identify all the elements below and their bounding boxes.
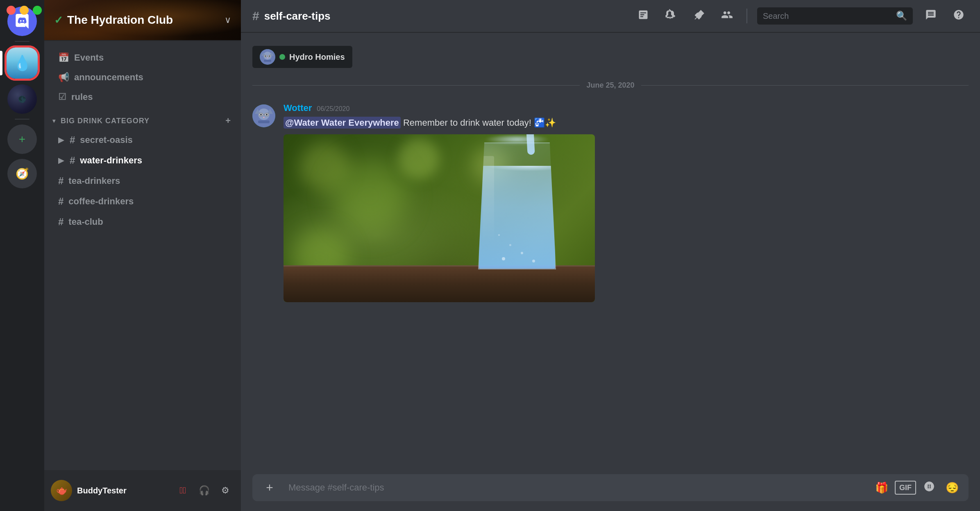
headphones-icon: 🎧 [199, 485, 210, 496]
server-icon-dark[interactable]: 🌑 [7, 84, 37, 114]
channel-item-events[interactable]: 📅 Events [48, 48, 237, 67]
gif-label: GIF [899, 484, 912, 492]
minimize-window-button[interactable] [20, 6, 29, 15]
channel-list: 📅 Events 📢 announcements ☑ rules ▾ BIG D… [44, 41, 241, 470]
window-chrome [0, 0, 48, 20]
server-name-text: The Hydration Club [67, 14, 173, 27]
threads-button[interactable] [633, 6, 653, 26]
gift-icon: 🎁 [875, 482, 888, 494]
search-input[interactable] [763, 11, 892, 21]
channel-name-events: Events [74, 52, 104, 63]
channel-item-secret-oasis[interactable]: ▶ # secret-oasis [48, 130, 237, 150]
channel-name-coffee-drinkers: coffee-drinkers [68, 196, 134, 207]
message-content: Wotter 06/25/2020 @Water Water Everywher… [284, 103, 969, 302]
svg-point-7 [269, 56, 270, 57]
channel-header-title: self-care-tips [264, 10, 331, 23]
channel-item-coffee-drinkers[interactable]: # coffee-drinkers [48, 192, 237, 211]
user-avatar: 🫖 [51, 480, 72, 501]
events-icon: 📅 [58, 52, 69, 63]
add-content-button[interactable]: + [259, 477, 280, 498]
chat-input-bar: + 🎁 GIF [252, 474, 969, 501]
user-controls: 🎙̶ 🎧 ⚙ [174, 482, 234, 500]
close-window-button[interactable] [7, 6, 16, 15]
server-name-display: ✓ The Hydration Club [54, 14, 173, 27]
channel-name-tea-drinkers: tea-drinkers [68, 176, 120, 186]
emoji-icon: 😔 [946, 482, 959, 494]
hash-icon-secret-oasis: # [70, 134, 75, 146]
add-server-button[interactable]: + [7, 124, 37, 154]
date-separator: June 25, 2020 [241, 71, 980, 99]
hash-icon-tea-club: # [58, 216, 64, 228]
message-author-avatar[interactable] [252, 104, 275, 127]
rules-icon: ☑ [58, 92, 66, 102]
category-name: BIG DRINK CATEGORY [61, 117, 150, 125]
hash-icon-water-drinkers: # [70, 155, 75, 166]
channel-item-water-drinkers[interactable]: ▶ # water-drinkers [48, 151, 237, 170]
svg-point-19 [260, 114, 262, 115]
gift-button[interactable]: 🎁 [872, 478, 892, 497]
header-tools: 🔍 [633, 6, 969, 26]
channel-name-secret-oasis: secret-oasis [80, 135, 132, 145]
system-bar: Hydro Homies [241, 43, 980, 71]
user-info: BuddyTester [77, 486, 169, 495]
active-server-indicator [0, 51, 2, 75]
explore-servers-button[interactable]: 🧭 [7, 159, 37, 188]
message-body: Remember to drink water today! 🚰✨ [403, 118, 556, 128]
messages-area: Hydro Homies June 25, 2020 [241, 33, 980, 468]
channel-sidebar: ✓ The Hydration Club ∨ 📅 Events 📢 announ… [44, 0, 241, 511]
members-button[interactable] [717, 6, 737, 26]
help-button[interactable] [949, 6, 969, 26]
header-divider [746, 9, 747, 23]
channel-item-announcements[interactable]: 📢 announcements [48, 68, 237, 87]
user-panel: 🫖 BuddyTester 🎙̶ 🎧 ⚙ [44, 470, 241, 511]
channel-item-tea-drinkers[interactable]: # tea-drinkers [48, 171, 237, 191]
chat-input-area: + 🎁 GIF [241, 468, 980, 511]
emoji-button[interactable]: 😔 [942, 478, 962, 497]
deafen-button[interactable]: 🎧 [195, 482, 213, 500]
server-sidebar: 💧 🌑 + 🧭 [0, 0, 44, 511]
settings-icon: ⚙ [221, 485, 229, 496]
channel-name-announcements: announcements [74, 72, 143, 83]
server-icon-hydration[interactable]: 💧 [6, 47, 39, 79]
server-dark-wrapper: 🌑 [0, 84, 44, 114]
online-users-badge: Hydro Homies [252, 46, 352, 68]
sticker-button[interactable] [919, 478, 939, 497]
username-display: BuddyTester [77, 486, 169, 495]
svg-rect-25 [258, 120, 270, 123]
category-big-drink[interactable]: ▾ BIG DRINK CATEGORY + [44, 107, 241, 129]
mute-icon: 🎙̶ [179, 485, 186, 496]
pin-button[interactable] [689, 6, 709, 26]
message-header: Wotter 06/25/2020 [284, 103, 969, 113]
gif-button[interactable]: GIF [895, 481, 916, 495]
server-verified-icon: ✓ [54, 14, 63, 27]
inbox-icon [925, 9, 937, 23]
message-group: Wotter 06/25/2020 @Water Water Everywher… [241, 99, 980, 305]
add-channel-icon[interactable]: + [225, 115, 231, 126]
server-header[interactable]: ✓ The Hydration Club ∨ [44, 0, 241, 41]
mention-tag[interactable]: @Water Water Everywhere [284, 117, 401, 129]
channel-header-name: # self-care-tips [252, 9, 331, 23]
channel-header: # self-care-tips [241, 0, 980, 33]
pin-icon [693, 9, 705, 23]
message-text: @Water Water Everywhere Remember to drin… [284, 116, 969, 129]
search-bar[interactable]: 🔍 [757, 7, 913, 25]
inbox-button[interactable] [921, 6, 941, 26]
mute-channel-button[interactable] [661, 6, 681, 26]
channel-name-water-drinkers: water-drinkers [80, 155, 142, 166]
message-author-name: Wotter [284, 103, 312, 113]
explore-icon: 🧭 [16, 167, 29, 180]
message-input[interactable] [285, 474, 867, 501]
threads-icon [637, 9, 649, 23]
add-server-icon: + [19, 133, 25, 146]
help-icon [953, 9, 964, 23]
server-menu-chevron[interactable]: ∨ [225, 15, 231, 25]
date-line-left [252, 85, 580, 86]
channel-item-rules[interactable]: ☑ rules [48, 88, 237, 106]
maximize-window-button[interactable] [33, 6, 42, 15]
settings-button[interactable]: ⚙ [216, 482, 234, 500]
hash-icon-coffee-drinkers: # [58, 196, 64, 207]
online-status-dot [279, 54, 285, 60]
svg-point-6 [265, 56, 266, 57]
mute-button[interactable]: 🎙̶ [174, 482, 192, 500]
channel-item-tea-club[interactable]: # tea-club [48, 212, 237, 232]
